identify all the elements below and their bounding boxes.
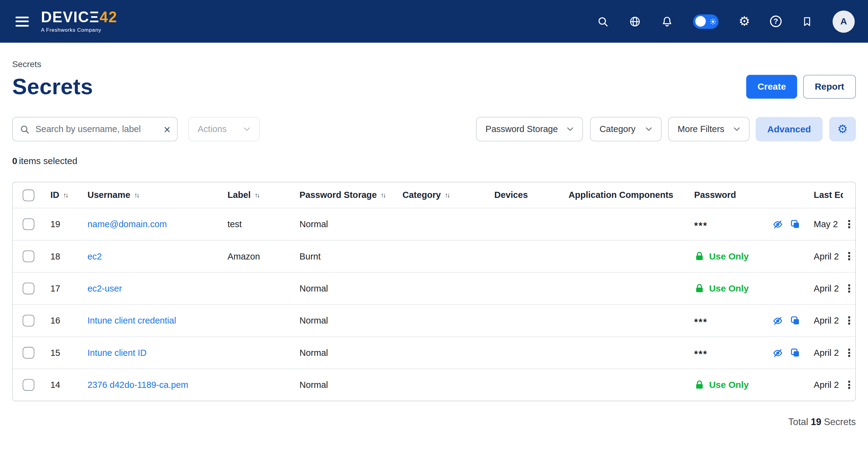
table-settings-button[interactable]: ⚙ (829, 117, 856, 142)
help-glyph: ? (770, 16, 781, 27)
column-header-application-components[interactable]: Application Components (562, 182, 688, 208)
cell-password-storage: Burnt (293, 240, 396, 272)
cell-devices (488, 240, 562, 272)
category-filter[interactable]: Category (590, 117, 661, 142)
eye-off-icon[interactable] (772, 315, 783, 326)
username-link[interactable]: Intune client credential (87, 316, 176, 326)
select-all-checkbox[interactable] (23, 189, 34, 201)
device42-logo[interactable]: DEVICΞ42 A Freshworks Company (41, 10, 118, 33)
cell-last-edited: April 2 (807, 369, 843, 401)
logo-text: DEVICΞ42 (41, 10, 118, 25)
row-checkbox[interactable] (23, 251, 34, 262)
total-suffix: Secrets (824, 417, 856, 428)
row-checkbox[interactable] (23, 379, 34, 391)
cell-devices (488, 208, 562, 240)
sort-icon[interactable]: ↑↓ (63, 191, 68, 199)
row-menu-button[interactable]: ⋮ (844, 283, 855, 294)
more-filters-label: More Filters (678, 124, 724, 134)
row-menu-button[interactable]: ⋮ (844, 251, 855, 262)
total-number: 19 (811, 417, 821, 428)
cell-password-storage: Normal (293, 369, 396, 401)
cell-application-components (562, 240, 688, 272)
cell-password: Use Only (687, 240, 807, 272)
total-count: Total 19 Secrets (12, 417, 856, 428)
username-link[interactable]: name@domain.com (87, 219, 167, 229)
row-checkbox[interactable] (23, 315, 34, 326)
title-row: Secrets Create Report (12, 74, 856, 99)
copy-icon[interactable] (790, 348, 801, 358)
column-header-username[interactable]: Username↑↓ (81, 182, 221, 208)
masked-password: *** (694, 349, 708, 360)
search-box[interactable]: × (12, 117, 178, 142)
cell-application-components (562, 208, 688, 240)
sort-icon[interactable]: ↑↓ (255, 191, 259, 199)
column-header-last-edited[interactable]: Last Edited (807, 182, 843, 208)
bookmark-icon[interactable] (802, 15, 812, 27)
sort-icon[interactable]: ↑↓ (445, 191, 449, 199)
column-label: Category (402, 190, 441, 200)
column-header-category[interactable]: Category↑↓ (396, 182, 488, 208)
app: DEVICΞ42 A Freshworks Company ⚙ ? A (0, 0, 868, 458)
masked-password: *** (694, 220, 708, 231)
help-icon[interactable]: ? (770, 16, 781, 27)
sort-icon[interactable]: ↑↓ (134, 191, 139, 199)
username-link[interactable]: Intune client ID (87, 348, 147, 358)
row-menu-button[interactable]: ⋮ (844, 348, 855, 358)
user-avatar[interactable]: A (833, 10, 855, 33)
theme-toggle[interactable] (693, 14, 719, 28)
table-row: 18 ec2 Amazon Burnt Use Only April 2 ⋮ (13, 240, 855, 272)
row-checkbox[interactable] (23, 283, 34, 294)
chevron-down-icon (242, 124, 252, 134)
menu-icon[interactable] (13, 14, 31, 28)
cell-password: Use Only (687, 369, 807, 401)
more-filters-dropdown[interactable]: More Filters (668, 117, 749, 142)
row-menu-button[interactable]: ⋮ (844, 219, 855, 230)
cell-password: *** (687, 337, 807, 369)
report-button[interactable]: Report (803, 75, 856, 98)
row-checkbox[interactable] (23, 218, 34, 230)
secrets-table: ID↑↓Username↑↓Label↑↓Password Storage↑↓C… (12, 182, 856, 401)
column-header-devices[interactable]: Devices (488, 182, 562, 208)
actions-column-header (843, 182, 855, 208)
row-menu-button[interactable]: ⋮ (844, 380, 855, 390)
column-label: Last Edited (814, 190, 843, 200)
selection-status: 0items selected (12, 156, 856, 167)
row-checkbox[interactable] (23, 347, 34, 359)
table-row: 15 Intune client ID Normal *** April 2 ⋮ (13, 336, 855, 368)
column-header-id[interactable]: ID↑↓ (44, 182, 81, 208)
actions-dropdown[interactable]: Actions (188, 117, 259, 142)
copy-icon[interactable] (790, 219, 801, 230)
username-link[interactable]: ec2 (87, 251, 102, 261)
cell-id: 18 (44, 240, 81, 272)
password-storage-filter[interactable]: Password Storage (476, 117, 583, 142)
cell-last-edited: April 2 (807, 305, 843, 337)
cell-category (396, 273, 488, 304)
column-header-label[interactable]: Label↑↓ (221, 182, 293, 208)
username-link[interactable]: ec2-user (87, 284, 122, 294)
column-header-password[interactable]: Password (687, 182, 807, 208)
filter-row: × Actions Password Storage Category More… (12, 117, 856, 142)
create-button[interactable]: Create (746, 75, 797, 98)
copy-icon[interactable] (790, 315, 801, 326)
eye-off-icon[interactable] (772, 219, 783, 230)
column-header-password-storage[interactable]: Password Storage↑↓ (293, 182, 396, 208)
breadcrumb[interactable]: Secrets (12, 59, 856, 69)
eye-off-icon[interactable] (772, 347, 783, 358)
settings-gear-icon[interactable]: ⚙ (739, 15, 750, 28)
cell-password: *** (687, 208, 807, 240)
page-title: Secrets (12, 74, 93, 99)
selected-count: 0 (12, 156, 18, 166)
globe-icon[interactable] (629, 15, 641, 27)
masked-password: *** (694, 317, 708, 328)
row-menu-button[interactable]: ⋮ (844, 315, 855, 326)
advanced-button[interactable]: Advanced (755, 117, 823, 142)
search-icon[interactable] (597, 15, 609, 27)
notifications-bell-icon[interactable] (661, 15, 673, 27)
sort-icon[interactable]: ↑↓ (381, 191, 385, 199)
search-input[interactable] (34, 123, 159, 135)
clear-search-icon[interactable]: × (164, 123, 170, 135)
use-only-label: Use Only (709, 283, 749, 294)
top-navigation-bar: DEVICΞ42 A Freshworks Company ⚙ ? A (0, 0, 868, 43)
username-link[interactable]: 2376 d42do-1189-ca.pem (87, 380, 188, 390)
column-label: Application Components (569, 190, 673, 200)
